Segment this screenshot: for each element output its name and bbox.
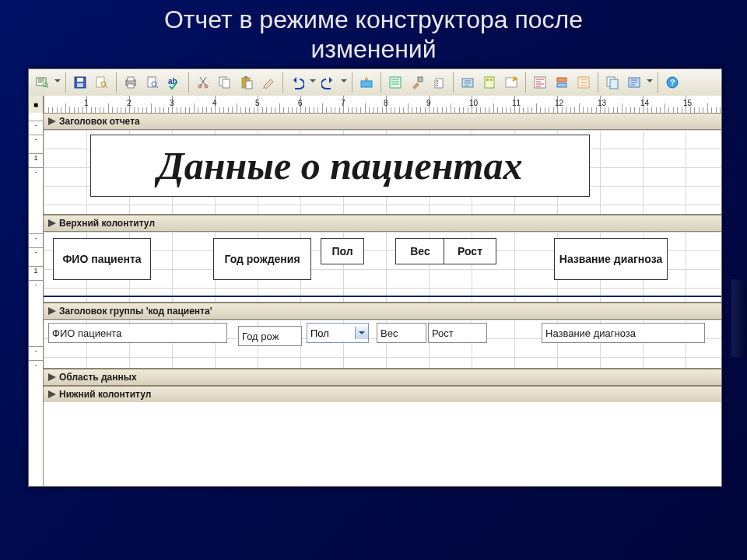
svg-rect-32 bbox=[557, 78, 566, 82]
paste-icon[interactable] bbox=[237, 72, 257, 93]
dbtool-icon[interactable] bbox=[479, 72, 500, 93]
chevron-down-icon[interactable] bbox=[355, 327, 368, 339]
redo-icon[interactable] bbox=[318, 72, 338, 93]
field-sex-combo[interactable]: Пол bbox=[307, 323, 369, 343]
svg-rect-27 bbox=[485, 77, 494, 88]
section-bar-detail[interactable]: Область данных bbox=[44, 369, 721, 386]
report-title-label[interactable]: Данные о пациентах bbox=[90, 135, 590, 197]
svg-rect-9 bbox=[128, 84, 134, 88]
section-bar-page-header[interactable]: Верхний колонтитул bbox=[44, 215, 721, 232]
svg-rect-20 bbox=[361, 81, 372, 87]
tab-icon[interactable] bbox=[458, 72, 478, 93]
svg-point-24 bbox=[437, 82, 438, 84]
copy-icon[interactable] bbox=[215, 72, 235, 93]
cut-icon[interactable] bbox=[193, 72, 213, 93]
save-icon[interactable] bbox=[70, 72, 90, 93]
label-diag[interactable]: Название диагноза bbox=[554, 238, 668, 280]
svg-rect-19 bbox=[246, 81, 252, 89]
design-surface: ■ 123456789101112131415 --1---1--- Загол… bbox=[29, 96, 721, 486]
preview-icon[interactable] bbox=[142, 72, 163, 93]
svg-rect-3 bbox=[77, 78, 83, 82]
field-weight[interactable]: Вес bbox=[377, 323, 426, 343]
access-window: ab ? ■ 12345678910111213 bbox=[28, 68, 722, 487]
help-icon[interactable]: ? bbox=[662, 72, 682, 93]
spell-icon[interactable]: ab bbox=[164, 72, 184, 93]
undo-dropdown[interactable] bbox=[309, 73, 317, 92]
svg-rect-21 bbox=[390, 77, 401, 88]
svg-rect-36 bbox=[610, 79, 618, 89]
svg-text:?: ? bbox=[670, 78, 675, 87]
svg-rect-22 bbox=[418, 77, 423, 82]
label-year[interactable]: Год рождения bbox=[213, 238, 311, 280]
build-icon[interactable] bbox=[552, 72, 572, 93]
filesearch-icon[interactable] bbox=[92, 72, 112, 93]
svg-rect-16 bbox=[223, 79, 230, 88]
toolbar: ab ? bbox=[29, 69, 721, 96]
label-weight[interactable]: Вес bbox=[395, 238, 445, 264]
section-group-header[interactable]: ФИО пациента Год рож Пол Вес Рост Назван… bbox=[44, 320, 721, 369]
horizontal-ruler[interactable]: 123456789101112131415 bbox=[44, 96, 721, 114]
print-icon[interactable] bbox=[121, 72, 141, 93]
code2-icon[interactable] bbox=[624, 72, 644, 93]
autoformat-icon[interactable] bbox=[602, 72, 622, 93]
slide-title: Отчет в режиме конструктора после измене… bbox=[0, 0, 747, 66]
vertical-ruler[interactable]: --1---1--- bbox=[29, 113, 44, 486]
field-height[interactable]: Рост bbox=[428, 323, 487, 343]
field-fio[interactable]: ФИО пациента bbox=[48, 323, 227, 343]
wizard-icon[interactable] bbox=[573, 72, 594, 93]
section-bar-page-footer[interactable]: Нижний колонтитул bbox=[44, 386, 721, 402]
svg-rect-33 bbox=[557, 83, 566, 87]
tools-icon[interactable] bbox=[407, 72, 427, 93]
code-icon[interactable] bbox=[429, 72, 449, 93]
ruler-corner[interactable]: ■ bbox=[29, 96, 44, 114]
view-dropdown[interactable] bbox=[54, 73, 61, 92]
insert-icon[interactable] bbox=[356, 72, 377, 93]
newobj-icon[interactable] bbox=[501, 72, 521, 93]
svg-rect-4 bbox=[77, 83, 83, 87]
svg-rect-28 bbox=[486, 79, 489, 81]
label-height[interactable]: Рост bbox=[444, 238, 496, 264]
field-year[interactable]: Год рож bbox=[238, 326, 302, 346]
svg-rect-29 bbox=[490, 79, 493, 81]
svg-rect-18 bbox=[244, 76, 247, 79]
code2-dropdown[interactable] bbox=[646, 73, 654, 92]
slide-fold bbox=[731, 279, 747, 359]
report-design[interactable]: Заголовок отчета Данные о пациентах Верх… bbox=[44, 113, 721, 486]
format-icon[interactable] bbox=[258, 72, 279, 93]
header-rule-line[interactable] bbox=[44, 296, 721, 297]
section-report-header[interactable]: Данные о пациентах bbox=[44, 130, 721, 215]
view-icon[interactable] bbox=[32, 72, 52, 93]
svg-rect-8 bbox=[128, 77, 134, 81]
props-icon[interactable] bbox=[530, 72, 550, 93]
field-icon[interactable] bbox=[385, 72, 405, 93]
svg-point-25 bbox=[437, 85, 438, 86]
label-sex[interactable]: Пол bbox=[321, 238, 364, 264]
section-bar-report-header[interactable]: Заголовок отчета bbox=[44, 113, 721, 130]
field-diag[interactable]: Название диагноза bbox=[542, 323, 705, 343]
section-bar-group-header[interactable]: Заголовок группы 'код пациента' bbox=[44, 303, 721, 320]
label-fio[interactable]: ФИО пациента bbox=[53, 238, 151, 280]
undo-icon[interactable] bbox=[287, 72, 307, 93]
section-page-header[interactable]: ФИО пациента Год рождения Пол Вес Рост Н… bbox=[44, 232, 721, 303]
redo-dropdown[interactable] bbox=[340, 73, 348, 92]
svg-point-23 bbox=[437, 80, 438, 82]
